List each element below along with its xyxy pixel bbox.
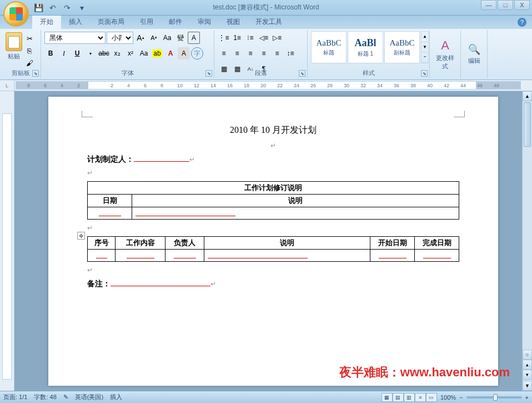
minimize-button[interactable]: —: [481, 0, 496, 10]
web-view-icon[interactable]: ▥: [404, 393, 415, 402]
scroll-down-icon[interactable]: ▼: [523, 381, 532, 391]
bold-button[interactable]: B: [44, 47, 57, 59]
superscript-button[interactable]: x²: [124, 47, 137, 59]
ribbon: 粘贴 ✂ ⎘ 🖌 剪贴板 ⬊ 黑体 小四 A▴ A▾ Aa 變 A B: [0, 29, 532, 80]
scroll-up-icon[interactable]: ▲: [523, 91, 532, 101]
cut-icon[interactable]: ✂: [24, 33, 34, 43]
paragraph-expand-icon[interactable]: ⬊: [299, 70, 305, 77]
style-scroll-down-icon[interactable]: ▼: [421, 42, 428, 53]
status-insert-mode[interactable]: 插入: [110, 393, 122, 401]
vertical-ruler[interactable]: [0, 91, 14, 391]
table2-col-content: 工作内容: [116, 237, 165, 250]
distribute-button[interactable]: ≡: [271, 47, 283, 59]
shrink-font-button[interactable]: A▾: [148, 32, 160, 44]
help-icon[interactable]: ?: [518, 18, 526, 27]
multilevel-button[interactable]: ⁝≡: [244, 32, 257, 44]
print-layout-view-icon[interactable]: ▦: [382, 393, 393, 402]
zoom-level[interactable]: 100%: [440, 394, 456, 401]
increase-indent-button[interactable]: ▷≡: [271, 32, 283, 44]
tab-references[interactable]: 引用: [132, 15, 161, 29]
numbering-button[interactable]: 1≡: [231, 32, 243, 44]
style-gallery-scroll[interactable]: ▲ ▼ ⁼: [421, 31, 429, 63]
subscript-button[interactable]: x₂: [111, 47, 123, 59]
grow-font-button[interactable]: A▴: [134, 32, 147, 44]
change-styles-icon[interactable]: A: [441, 38, 449, 53]
clipboard-expand-icon[interactable]: ⬊: [32, 70, 39, 77]
tab-developer[interactable]: 开发工具: [248, 15, 290, 29]
char-border-button[interactable]: A: [188, 32, 200, 44]
change-case-button[interactable]: Aa: [138, 47, 150, 59]
vertical-scrollbar[interactable]: ▲ ○ ▴ ▾ ▼: [522, 91, 532, 391]
status-words[interactable]: 字数: 48: [34, 393, 56, 401]
status-page[interactable]: 页面: 1/1: [3, 393, 27, 401]
office-button[interactable]: [3, 1, 29, 27]
font-name-select[interactable]: 黑体: [44, 32, 106, 44]
close-button[interactable]: X: [514, 0, 530, 10]
char-shading-button[interactable]: A: [178, 47, 190, 59]
align-right-button[interactable]: ≡: [244, 47, 257, 59]
table-anchor-icon[interactable]: ✥: [77, 232, 85, 240]
doc-heading: 2010 年 10 月开发计划: [87, 125, 459, 136]
document-page[interactable]: 2010 年 10 月开发计划 ↵ 计划制定人：↵ ↵ 工作计划修订说明 日期 …: [48, 97, 498, 386]
style-scroll-more-icon[interactable]: ⁼: [421, 52, 428, 63]
prev-page-icon[interactable]: ▴: [523, 360, 532, 370]
table1-header: 工作计划修订说明: [88, 182, 459, 195]
outline-view-icon[interactable]: ≡: [415, 393, 426, 402]
tab-view[interactable]: 视图: [219, 15, 248, 29]
styles-expand-icon[interactable]: ⬊: [421, 70, 428, 77]
style-item-title[interactable]: AaBbC 标题: [311, 31, 347, 63]
redo-icon[interactable]: ↷: [62, 3, 72, 13]
char-fit-button[interactable]: 字: [191, 47, 203, 59]
zoom-out-icon[interactable]: −: [459, 394, 463, 401]
clear-format-button[interactable]: Aa: [161, 32, 173, 44]
draft-view-icon[interactable]: ▭: [426, 393, 437, 402]
maximize-button[interactable]: □: [498, 0, 513, 10]
group-change-styles: A 更改样式: [430, 30, 461, 78]
scroll-thumb[interactable]: [524, 102, 531, 147]
tab-layout[interactable]: 页面布局: [90, 15, 132, 29]
italic-button[interactable]: I: [58, 47, 70, 59]
save-icon[interactable]: 💾: [33, 3, 43, 13]
align-left-button[interactable]: ≡: [218, 47, 230, 59]
editing-label[interactable]: 编辑: [468, 57, 480, 65]
tab-review[interactable]: 审阅: [190, 15, 219, 29]
strikethrough-button[interactable]: abc: [98, 47, 110, 59]
zoom-slider-thumb[interactable]: [493, 394, 498, 401]
zoom-in-icon[interactable]: +: [525, 394, 529, 401]
browse-object-icon[interactable]: ○: [523, 350, 532, 360]
qat-more-icon[interactable]: ▾: [77, 3, 87, 13]
proofing-icon[interactable]: ✎: [63, 394, 68, 401]
line-spacing-button[interactable]: ↕≡: [284, 47, 297, 59]
underline-button[interactable]: U: [71, 47, 83, 59]
horizontal-ruler[interactable]: 8642246810121416182022242628303234363840…: [16, 81, 521, 89]
tab-home[interactable]: 开始: [32, 15, 61, 29]
ruler-corner: L: [0, 80, 14, 91]
font-color-button[interactable]: A: [164, 47, 177, 59]
next-page-icon[interactable]: ▾: [523, 370, 532, 380]
format-painter-icon[interactable]: 🖌: [24, 58, 34, 68]
highlight-button[interactable]: ab: [151, 47, 163, 59]
align-center-button[interactable]: ≡: [231, 47, 243, 59]
justify-button[interactable]: ≡: [258, 47, 270, 59]
copy-icon[interactable]: ⎘: [24, 46, 34, 56]
pinyin-button[interactable]: 變: [174, 32, 187, 44]
tab-mailings[interactable]: 邮件: [161, 15, 190, 29]
font-expand-icon[interactable]: ⬊: [205, 70, 212, 77]
style-item-heading1[interactable]: AaBl 标题 1: [348, 31, 383, 63]
paragraph-mark: ↵: [87, 224, 459, 232]
find-icon[interactable]: 🔍: [468, 43, 480, 56]
undo-icon[interactable]: ↶: [48, 3, 58, 13]
document-scroll-area[interactable]: 2010 年 10 月开发计划 ↵ 计划制定人：↵ ↵ 工作计划修订说明 日期 …: [14, 91, 532, 391]
decrease-indent-button[interactable]: ◁≡: [258, 32, 270, 44]
bullets-button[interactable]: ⋮≡: [218, 32, 230, 44]
status-language[interactable]: 英语(美国): [75, 393, 103, 401]
style-item-subtitle[interactable]: AaBbC 副标题: [384, 31, 420, 63]
fullscreen-view-icon[interactable]: ▤: [393, 393, 404, 402]
watermark-text: 夜半难眠：www.havenliu.com: [339, 364, 510, 381]
style-scroll-up-icon[interactable]: ▲: [421, 32, 428, 42]
font-size-select[interactable]: 小四: [107, 32, 133, 44]
zoom-slider[interactable]: [466, 396, 522, 399]
paragraph-mark: ↵: [87, 169, 459, 177]
tab-insert[interactable]: 插入: [61, 15, 90, 29]
change-styles-label[interactable]: 更改样式: [433, 54, 457, 71]
